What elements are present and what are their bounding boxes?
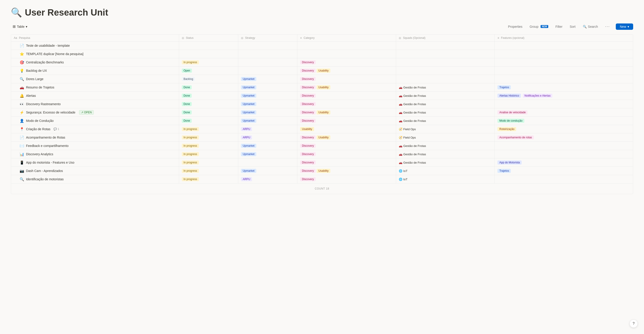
help-button[interactable]: ? bbox=[630, 320, 638, 328]
cell-category[interactable]: DiscoveryUsability bbox=[298, 167, 396, 175]
cell-pesquisa[interactable]: + 💡 Backlog de UX bbox=[11, 66, 179, 75]
cell-strategy[interactable]: Upmarket bbox=[238, 108, 297, 117]
cell-pesquisa[interactable]: + 📊 Discovery Analytics bbox=[11, 150, 179, 158]
cell-strategy[interactable] bbox=[238, 66, 297, 75]
cell-category[interactable]: Discovery bbox=[298, 92, 396, 100]
more-options-button[interactable]: ··· bbox=[604, 23, 611, 30]
cell-category[interactable]: Discovery bbox=[298, 75, 396, 83]
cell-strategy[interactable] bbox=[238, 58, 297, 66]
cell-strategy[interactable] bbox=[238, 158, 297, 167]
cell-status[interactable]: Done bbox=[179, 117, 238, 125]
cell-pesquisa[interactable]: + 🔍 Dores Large bbox=[11, 75, 179, 83]
cell-squads[interactable]: 🚗 Gestão de Frotas bbox=[396, 100, 495, 108]
cell-pesquisa[interactable]: + 🔍 Identificação de motoristas bbox=[11, 175, 179, 183]
cell-features[interactable] bbox=[495, 50, 633, 58]
cell-category[interactable]: Usability bbox=[298, 125, 396, 133]
cell-features[interactable]: Alertas HistóricoNotificações e Alertas bbox=[495, 92, 633, 100]
col-header-category[interactable]: ≡ Category bbox=[298, 34, 396, 41]
cell-strategy[interactable]: Upmarket bbox=[238, 117, 297, 125]
cell-category[interactable]: Discovery bbox=[298, 117, 396, 125]
cell-features[interactable] bbox=[495, 58, 633, 66]
cell-strategy[interactable]: Upmarket bbox=[238, 150, 297, 158]
cell-squads[interactable]: 🚗 Gestão de Frotas bbox=[396, 158, 495, 167]
cell-pesquisa[interactable]: + 📄 Acompanhamento de Rotas bbox=[11, 133, 179, 142]
cell-category[interactable] bbox=[298, 41, 396, 50]
col-header-features[interactable]: ≡ Features (opcional) bbox=[495, 34, 633, 41]
cell-category[interactable]: Discovery bbox=[298, 175, 396, 183]
cell-features[interactable] bbox=[495, 142, 633, 150]
cell-pesquisa[interactable]: + ⭐ TEMPLATE duplicar [Nome da pesquisa] bbox=[11, 50, 179, 58]
cell-strategy[interactable]: Upmarket bbox=[238, 83, 297, 92]
sort-button[interactable]: Sort bbox=[568, 24, 577, 29]
cell-status[interactable] bbox=[179, 50, 238, 58]
cell-features[interactable]: Analise de velocidade bbox=[495, 108, 633, 117]
table-view-button[interactable]: ⊞ Table ▾ bbox=[11, 23, 29, 29]
group-button[interactable]: Group NEW bbox=[528, 24, 550, 29]
cell-status[interactable]: In progress bbox=[179, 158, 238, 167]
cell-squads[interactable]: 🧭 Field Ops bbox=[396, 125, 495, 133]
filter-button[interactable]: Filter bbox=[554, 24, 564, 29]
cell-status[interactable]: Done bbox=[179, 108, 238, 117]
cell-category[interactable]: DiscoveryUsability bbox=[298, 66, 396, 75]
cell-pesquisa[interactable]: + 🎯 Centralização Benchmarks bbox=[11, 58, 179, 66]
cell-strategy[interactable]: Upmarket bbox=[238, 100, 297, 108]
col-header-squads[interactable]: ◎ Squads (Opcional) bbox=[396, 34, 495, 41]
cell-category[interactable]: DiscoveryUsability bbox=[298, 133, 396, 142]
cell-squads[interactable]: 🚗 Gestão de Frotas bbox=[396, 142, 495, 150]
cell-squads[interactable] bbox=[396, 75, 495, 83]
cell-status[interactable]: In progress bbox=[179, 133, 238, 142]
cell-squads[interactable]: 🧭 Field Ops bbox=[396, 133, 495, 142]
cell-features[interactable]: App do Motorista bbox=[495, 158, 633, 167]
cell-squads[interactable]: 🚗 Gestão de Frotas bbox=[396, 83, 495, 92]
cell-features[interactable] bbox=[495, 41, 633, 50]
cell-strategy[interactable] bbox=[238, 41, 297, 50]
cell-pesquisa[interactable]: + ⚡ Segurança: Excesso de velocidade↗ OP… bbox=[11, 108, 179, 117]
cell-strategy[interactable] bbox=[238, 50, 297, 58]
cell-category[interactable]: DiscoveryUsability bbox=[298, 108, 396, 117]
cell-squads[interactable]: 🚗 Gestão de Frotas bbox=[396, 117, 495, 125]
cell-status[interactable]: Done bbox=[179, 92, 238, 100]
cell-features[interactable]: Acompanhamento de rotas bbox=[495, 133, 633, 142]
cell-status[interactable]: Open bbox=[179, 66, 238, 75]
cell-squads[interactable]: 🚗 Gestão de Frotas bbox=[396, 150, 495, 158]
cell-pesquisa[interactable]: + 📷 Dash Cam - Aprendizados bbox=[11, 167, 179, 175]
cell-category[interactable]: Discovery bbox=[298, 150, 396, 158]
cell-status[interactable]: In progress bbox=[179, 58, 238, 66]
col-header-status[interactable]: ◎ Status bbox=[179, 34, 238, 41]
cell-strategy[interactable]: Upmarket bbox=[238, 92, 297, 100]
cell-status[interactable]: Done bbox=[179, 83, 238, 92]
cell-status[interactable]: In progress bbox=[179, 150, 238, 158]
cell-features[interactable] bbox=[495, 150, 633, 158]
col-header-strategy[interactable]: ◎ Strategy bbox=[238, 34, 297, 41]
cell-status[interactable] bbox=[179, 41, 238, 50]
cell-squads[interactable]: 🚗 Gestão de Frotas bbox=[396, 108, 495, 117]
cell-pesquisa[interactable]: + 🚗 Resumo de Trajetos bbox=[11, 83, 179, 92]
cell-pesquisa[interactable]: + 👀 Discovery Rastreamento bbox=[11, 100, 179, 108]
cell-features[interactable] bbox=[495, 175, 633, 183]
cell-squads[interactable]: 🚗 Gestão de Frotas bbox=[396, 92, 495, 100]
cell-pesquisa[interactable]: + ✉️ Feedback e compartilhamento bbox=[11, 142, 179, 150]
comment-badge[interactable]: 💬 1 bbox=[54, 127, 59, 131]
cell-category[interactable]: Discovery bbox=[298, 142, 396, 150]
cell-status[interactable]: In progress bbox=[179, 125, 238, 133]
cell-pesquisa[interactable]: + 📱 App do motorista - Features e Uso bbox=[11, 158, 179, 167]
cell-features[interactable] bbox=[495, 66, 633, 75]
open-chip[interactable]: ↗ OPEN bbox=[79, 110, 94, 115]
cell-strategy[interactable]: ARPU bbox=[238, 175, 297, 183]
cell-squads[interactable] bbox=[396, 50, 495, 58]
cell-squads[interactable] bbox=[396, 66, 495, 75]
cell-squads[interactable] bbox=[396, 58, 495, 66]
cell-features[interactable]: Modo de condução bbox=[495, 117, 633, 125]
cell-pesquisa[interactable]: + 📍 Criação de Rotas💬 1 bbox=[11, 125, 179, 133]
cell-features[interactable]: Roteirização bbox=[495, 125, 633, 133]
cell-status[interactable]: Backlog bbox=[179, 75, 238, 83]
cell-strategy[interactable]: Upmarket bbox=[238, 75, 297, 83]
cell-strategy[interactable]: Upmarket bbox=[238, 167, 297, 175]
cell-category[interactable]: Discovery bbox=[298, 158, 396, 167]
cell-category[interactable] bbox=[298, 50, 396, 58]
cell-status[interactable]: In progress bbox=[179, 175, 238, 183]
cell-category[interactable]: DiscoveryUsability bbox=[298, 83, 396, 92]
cell-pesquisa[interactable]: + 👤 Modo de Condução bbox=[11, 117, 179, 125]
cell-pesquisa[interactable]: + 🔔 Alertas bbox=[11, 92, 179, 100]
col-header-pesquisa[interactable]: Aa Pesquisa bbox=[11, 34, 179, 41]
